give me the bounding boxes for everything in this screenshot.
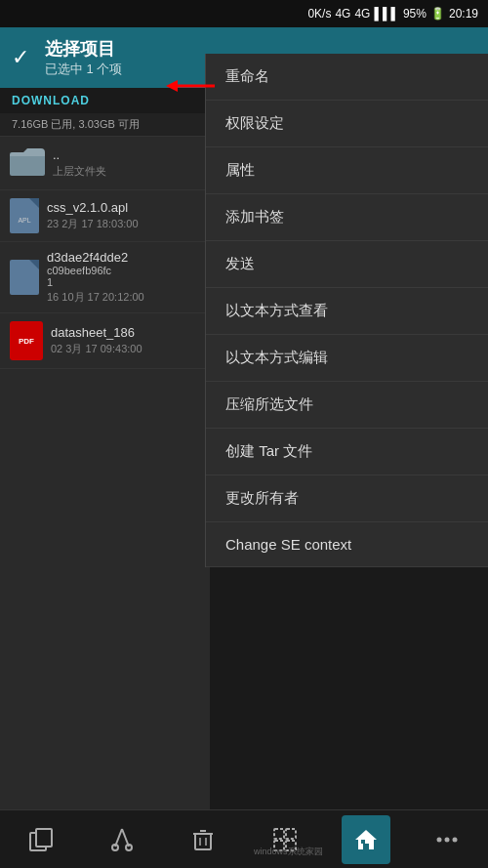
svg-marker-2 bbox=[166, 80, 178, 92]
menu-item-owner[interactable]: 更改所有者 bbox=[206, 475, 488, 522]
status-bar: 0K/s 4G 4G ▌▌▌ 95% 🔋 20:19 bbox=[0, 0, 488, 27]
home-button[interactable] bbox=[342, 815, 390, 864]
header-title: 选择项目 bbox=[45, 37, 122, 61]
header-text: 选择项目 已选中 1 个项 bbox=[45, 37, 122, 78]
list-item[interactable]: d3dae2f4dde2 c09beefb96fc 1 16 10月 17 20… bbox=[0, 242, 210, 313]
battery-icon: 95% bbox=[403, 7, 427, 21]
menu-item-se-context[interactable]: Change SE context bbox=[206, 522, 488, 567]
menu-item-compress[interactable]: 压缩所选文件 bbox=[206, 382, 488, 429]
menu-item-permissions[interactable]: 权限设定 bbox=[206, 101, 488, 147]
parent-folder-label: 上层文件夹 bbox=[53, 164, 200, 179]
cut-button[interactable] bbox=[98, 815, 146, 864]
file-info: datasheet_186 02 3月 17 09:43:00 bbox=[51, 325, 200, 356]
main-content: DOWNLOAD 7.16GB 已用, 3.03GB 可用 .. 上层文件夹 A… bbox=[0, 88, 488, 809]
check-icon[interactable]: ✓ bbox=[12, 45, 29, 70]
svg-point-7 bbox=[112, 845, 118, 850]
menu-item-view-text[interactable]: 以文本方式查看 bbox=[206, 288, 488, 335]
file-name: datasheet_186 bbox=[51, 325, 200, 340]
file-icon: APL bbox=[10, 198, 39, 233]
speed-indicator: 0K/s bbox=[307, 7, 331, 21]
svg-marker-18 bbox=[355, 830, 377, 849]
file-name-3: 1 bbox=[47, 276, 200, 288]
svg-rect-19 bbox=[361, 840, 365, 844]
svg-rect-9 bbox=[195, 834, 211, 849]
status-icons: 0K/s 4G 4G ▌▌▌ 95% 🔋 20:19 bbox=[307, 7, 478, 21]
file-name-2: c09beefb96fc bbox=[47, 265, 200, 276]
menu-item-send[interactable]: 发送 bbox=[206, 241, 488, 288]
context-menu: 重命名 权限设定 属性 添加书签 发送 以文本方式查看 以文本方式编辑 压缩所选… bbox=[205, 54, 488, 567]
svg-point-21 bbox=[445, 837, 450, 842]
file-info: d3dae2f4dde2 c09beefb96fc 1 16 10月 17 20… bbox=[47, 250, 200, 305]
file-date: 02 3月 17 09:43:00 bbox=[51, 342, 200, 356]
parent-folder-icon bbox=[10, 145, 45, 182]
time-display: 20:19 bbox=[449, 7, 478, 21]
header-subtitle: 已选中 1 个项 bbox=[45, 61, 122, 78]
file-date: 23 2月 17 18:03:00 bbox=[47, 217, 200, 231]
network-4g-2: 4G bbox=[354, 7, 370, 21]
list-item[interactable]: APL css_v2.1.0.apl 23 2月 17 18:03:00 bbox=[0, 190, 210, 242]
file-icon bbox=[10, 260, 39, 295]
file-list-area: DOWNLOAD 7.16GB 已用, 3.03GB 可用 .. 上层文件夹 A… bbox=[0, 88, 210, 809]
parent-folder-name: .. bbox=[53, 147, 200, 162]
delete-button[interactable] bbox=[179, 815, 227, 864]
svg-point-8 bbox=[126, 845, 132, 850]
svg-rect-14 bbox=[274, 829, 284, 839]
svg-rect-15 bbox=[286, 829, 296, 839]
bottom-nav bbox=[0, 809, 488, 868]
svg-point-22 bbox=[453, 837, 458, 842]
parent-folder-info: .. 上层文件夹 bbox=[53, 147, 200, 179]
menu-item-edit-text[interactable]: 以文本方式编辑 bbox=[206, 335, 488, 382]
svg-point-20 bbox=[437, 837, 442, 842]
list-item[interactable]: PDF datasheet_186 02 3月 17 09:43:00 bbox=[0, 313, 210, 369]
menu-item-rename[interactable]: 重命名 bbox=[206, 54, 488, 101]
svg-rect-4 bbox=[36, 829, 52, 847]
file-date: 16 10月 17 20:12:00 bbox=[47, 290, 200, 305]
menu-item-properties[interactable]: 属性 bbox=[206, 147, 488, 194]
copy-button[interactable] bbox=[17, 815, 65, 864]
file-name: css_v2.1.0.apl bbox=[47, 200, 200, 215]
more-button[interactable] bbox=[423, 815, 471, 864]
signal-icon: ▌▌▌ bbox=[374, 7, 399, 21]
list-item[interactable]: .. 上层文件夹 bbox=[0, 137, 210, 190]
arrow-overlay bbox=[166, 66, 224, 109]
file-name: d3dae2f4dde2 bbox=[47, 250, 200, 265]
storage-info: 7.16GB 已用, 3.03GB 可用 bbox=[0, 113, 210, 137]
pdf-icon: PDF bbox=[10, 321, 43, 360]
network-4g-1: 4G bbox=[335, 7, 350, 21]
file-info: css_v2.1.0.apl 23 2月 17 18:03:00 bbox=[47, 200, 200, 231]
watermark: windows系统家园 bbox=[254, 846, 323, 858]
menu-item-tar[interactable]: 创建 Tar 文件 bbox=[206, 429, 488, 475]
menu-item-bookmark[interactable]: 添加书签 bbox=[206, 194, 488, 241]
